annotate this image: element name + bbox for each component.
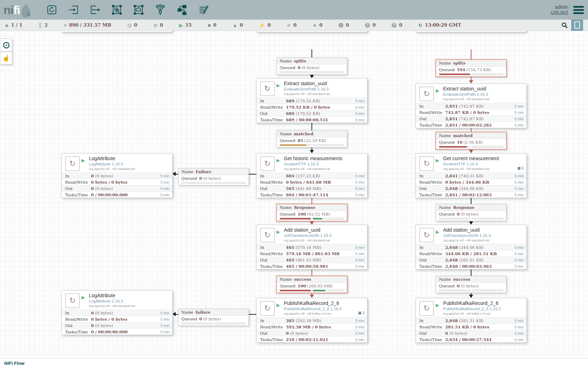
connection-label-matched-right[interactable]: NamematchedQueued10(2.56 KB) (436, 132, 506, 149)
connection-label-response-mid[interactable]: NameResponseQueued100(62.52 MB) (276, 204, 347, 221)
processor-add-station-uuid-right[interactable]: ↻▶Add station_uuidJoltTransformJSON 1.16… (415, 225, 527, 270)
output-port-icon[interactable] (89, 4, 101, 16)
stat-value-number: 0 bytes / 344.06 KB (445, 180, 489, 185)
status-transmitting: ◎0 (127, 22, 137, 28)
running-status-icon: ▶ (436, 302, 439, 308)
stat-value-detail: (344.06 KB) (458, 245, 484, 250)
stat-value-number: 0 (91, 186, 94, 191)
processor-publish-kafka-mid[interactable]: ↻▶PublishKafkaRecord_2_6PublishKafkaReco… (256, 298, 368, 343)
connection-label-failure-lower[interactable]: NamefailureQueued0(0 bytes) (178, 309, 249, 326)
stat-label: In (260, 98, 286, 103)
processor-header: ↻▶Add station_uuidJoltTransformJSON 1.16… (416, 225, 526, 244)
queued-size: (0 bytes) (203, 176, 221, 181)
stat-value-number: 689 / 00:00:00.531 (286, 117, 328, 122)
queued-label: Queued (439, 67, 455, 72)
flow-canvas[interactable]: ☝ NamesplitsQueued0(0 bytes)NamesplitsQu… (0, 31, 588, 358)
connection-label-matched-mid[interactable]: NamematchedQueued85(22.29 KB) (276, 130, 347, 148)
processor-get-current-measurement[interactable]: ↻▶Get current measurementInvokeHTTP 1.16… (415, 153, 527, 198)
running-status-icon: ▶ (436, 229, 439, 234)
stat-period: 5 min (355, 174, 364, 178)
status-locally-modified-value: 0 (319, 22, 322, 28)
stat-row-read-write: Read/Write579.16 MB / 861.03 MB5 min (257, 250, 367, 257)
stat-period: 5 min (160, 174, 169, 178)
processor-extract-station-uuid-mid[interactable]: ↻▶Extract station_uuidEvaluateJsonPath 1… (256, 78, 368, 123)
processor-partial-top-left[interactable]: Read/Write228.57 KB / 0 bytes5 minOut0 (… (61, 31, 173, 32)
stat-period: 5 min (514, 174, 524, 178)
stat-value-detail: (742.87 KB) (458, 116, 484, 121)
input-port-icon[interactable] (68, 4, 79, 16)
stat-label: In (419, 318, 445, 323)
processor-publish-kafka-right[interactable]: ↻▶PublishKafkaRecord_2_6PublishKafkaReco… (415, 298, 527, 343)
stat-value: 281.51 KB / 0 bytes (445, 325, 489, 329)
locally-modified-icon: ∗ (313, 23, 317, 28)
stat-label: Read/Write (260, 325, 286, 329)
processor-partial-top-mid[interactable]: Read/Write228.57 KB / 179.52 KB5 minOut6… (256, 31, 368, 32)
connection-queued-row: Queued10(2.56 KB) (436, 139, 506, 145)
stat-value-number: 0 / 00:00:00.000 (91, 192, 128, 197)
name-label: Name (280, 205, 292, 210)
connection-label-splits-right[interactable]: NamesplitsQueued594(154.73 KB) (436, 60, 506, 77)
stat-label: Read/Write (260, 251, 286, 256)
stat-period: 5 min (160, 193, 169, 197)
processor-log-attribute-1[interactable]: ↻▶LogAttributeLogAttribute 1.16.3org.apa… (61, 153, 173, 198)
operate-palette-button[interactable]: ☝ (0, 52, 12, 64)
stat-row-read-write: Read/Write742.87 KB / 0 bytes5 min (416, 109, 526, 115)
funnel-icon[interactable] (154, 4, 166, 16)
processor-get-historic-measurements[interactable]: ↻▶Get historic measurementsInvokeHTTP 1.… (256, 153, 368, 198)
stat-period: 5 min (514, 319, 524, 323)
connection-label-response-right[interactable]: NameResponseQueued0(0 bytes) (436, 204, 506, 221)
component-toolbar (46, 4, 210, 16)
stat-value-number: 210 / 00:02:11.021 (286, 337, 328, 342)
stat-value-number: 2,648 (445, 258, 458, 263)
size-percent-bar (214, 322, 246, 325)
stat-value: 1 / 00:00:00.067 (91, 31, 128, 32)
count-percent-bar-fill (280, 218, 311, 219)
running-status-icon: ▶ (82, 158, 85, 163)
stat-value: 2,648 / 00:00:03.963 (445, 264, 492, 269)
connection-label-splits-mid[interactable]: NamesplitsQueued0(0 bytes) (276, 57, 347, 75)
size-percent-bar (472, 289, 503, 292)
processor-extract-station-uuid-right[interactable]: ↻▶Extract station_uuidEvaluateJsonPath 1… (415, 83, 527, 128)
stat-row-in: In0 (0 bytes)5 min (62, 172, 172, 179)
stat-label: Out (65, 186, 91, 191)
stat-value-number: 565 (286, 186, 294, 191)
label-icon[interactable] (198, 4, 210, 16)
stat-row-read-write: Read/Write281.51 KB / 0 bytes5 min (416, 323, 526, 330)
stat-period: 5 min (355, 180, 364, 184)
connection-label-failure-upper[interactable]: NameFailureQueued0(0 bytes) (178, 168, 249, 185)
status-locally-modified-stale-value: 0 (372, 22, 376, 28)
connection-label-success-mid[interactable]: NamesuccessQueued100(268.65 MB) (276, 276, 347, 293)
logout-link[interactable]: LOG OUT (551, 10, 568, 15)
queued-size: (62.52 MB) (307, 212, 330, 217)
stat-value-detail: (579.16 MB) (294, 245, 321, 250)
processor-partial-top-right[interactable]: Read/Write1.12 MB / 897.59 KB5 minOut3,4… (415, 31, 527, 32)
connection-label-success-right[interactable]: NamesuccessQueued0(0 bytes) (436, 276, 506, 293)
processor-name: Add station_uuid (284, 227, 320, 233)
remote-process-group-icon[interactable] (133, 4, 145, 16)
breadcrumb[interactable]: NiFi Flow (4, 361, 24, 366)
navigate-palette-button[interactable] (0, 39, 12, 52)
stat-period: 5 min (355, 111, 364, 116)
stat-value-number: 604 (286, 173, 294, 178)
processor-icon[interactable] (46, 4, 58, 16)
connection-queued-row: Queued100(62.52 MB) (277, 211, 347, 217)
stat-value-detail: (0 bytes) (94, 323, 113, 328)
stat-value: 0 (0 bytes) (286, 331, 308, 336)
queued-size: (0 bytes) (461, 212, 478, 217)
logo-droplet-icon (20, 3, 32, 18)
stat-label: Out (260, 111, 286, 116)
stat-value-number: 2,841 / 00:02:12.063 (445, 192, 492, 197)
settings-button[interactable] (571, 20, 583, 31)
processor-name: PublishKafkaRecord_2_6 (284, 300, 339, 306)
active-threads-badge: ▦ 1 (358, 311, 364, 315)
processor-log-attribute-2[interactable]: ↻▶LogAttributeLogAttribute 1.16.3org.apa… (61, 290, 173, 335)
search-icon[interactable] (561, 22, 568, 28)
global-menu-icon[interactable] (573, 5, 584, 15)
stat-value: 0 (0 bytes) (91, 311, 113, 315)
stat-value-number: 2,648 / 00:00:03.963 (445, 264, 492, 269)
process-group-icon[interactable] (111, 4, 123, 16)
queued-count: 100 (298, 284, 306, 288)
template-icon[interactable] (176, 4, 188, 16)
processor-add-station-uuid-mid[interactable]: ↻▶Add station_uuidJoltTransformJSON 1.16… (256, 225, 368, 270)
stat-period: 5 min (514, 180, 524, 184)
